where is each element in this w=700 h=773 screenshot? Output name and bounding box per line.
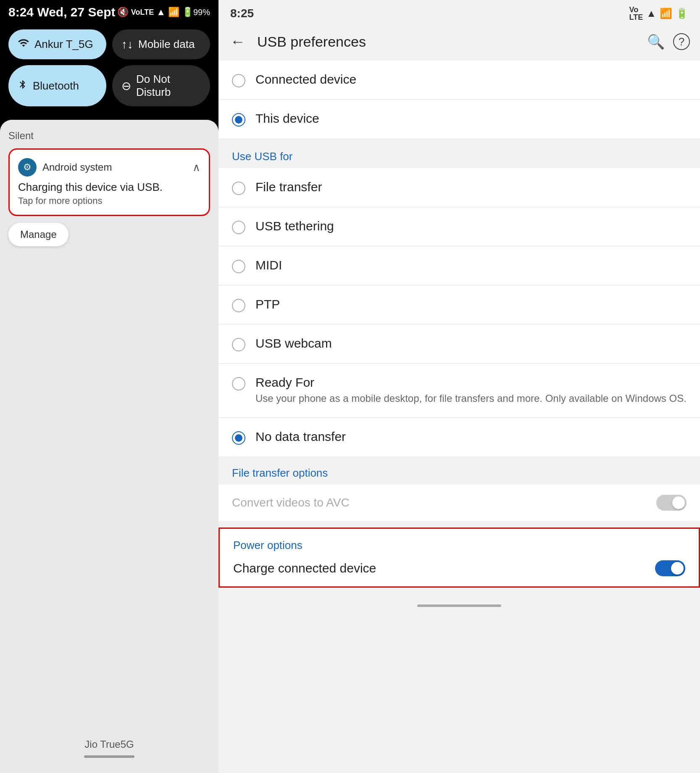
status-bar-left: 8:24 Wed, 27 Sept 🔇 VoLTE ▲ 📶 🔋99% (0, 0, 218, 23)
right-status-icons: VoLTE ▲ 📶 🔋 (629, 6, 688, 21)
usb-webcam-label: USB webcam (255, 336, 332, 351)
gear-icon: ⚙ (23, 162, 32, 173)
dnd-label: Do Not Disturb (136, 73, 201, 99)
power-options-section: Power options Charge connected device (218, 528, 700, 588)
search-icon[interactable]: 🔍 (647, 33, 665, 50)
convert-videos-toggle[interactable] (656, 495, 687, 511)
right-bottom-indicator (417, 604, 501, 607)
charge-connected-label: Charge connected device (233, 561, 376, 575)
ready-for-label: Ready For (255, 375, 687, 390)
right-volte-icon: VoLTE (629, 6, 643, 21)
convert-videos-toggle-thumb (672, 496, 685, 509)
ready-for-option[interactable]: Ready For Use your phone as a mobile des… (218, 363, 700, 417)
power-options-header: Power options (233, 539, 685, 552)
this-device-radio[interactable] (232, 113, 245, 127)
wifi-tile-label: Ankur T_5G (34, 38, 93, 51)
charge-connected-toggle-thumb (671, 562, 684, 575)
right-battery-icon: 🔋 (676, 8, 688, 19)
connected-device-option[interactable]: Connected device (218, 61, 700, 99)
chevron-up-icon[interactable]: ∧ (192, 161, 200, 174)
this-device-option[interactable]: This device (218, 99, 700, 138)
bluetooth-label: Bluetooth (33, 79, 79, 92)
help-icon[interactable]: ? (673, 33, 690, 50)
android-system-icon: ⚙ (18, 158, 37, 177)
file-transfer-label: File transfer (255, 180, 322, 194)
left-bottom-indicator (84, 755, 134, 758)
top-bar: ← USB preferences 🔍 ? (218, 24, 700, 61)
convert-videos-label: Convert videos to AVC (232, 496, 350, 509)
no-data-transfer-radio-dot (235, 434, 242, 442)
use-usb-for-header: Use USB for (218, 138, 700, 168)
wifi-tile[interactable]: Ankur T_5G (8, 29, 106, 59)
notif-header-left: ⚙ Android system (18, 158, 112, 177)
file-transfer-options-label: File transfer options (232, 467, 328, 479)
connected-device-label: Connected device (255, 72, 356, 87)
midi-option[interactable]: MIDI (218, 246, 700, 285)
mobile-data-icon: ↑↓ (121, 38, 133, 51)
left-status-icons: 🔇 VoLTE ▲ 📶 🔋99% (117, 7, 210, 18)
right-signal-icon: 📶 (660, 8, 672, 19)
manage-button[interactable]: Manage (8, 223, 68, 246)
mobile-data-label: Mobile data (138, 38, 195, 51)
right-wifi-icon: ▲ (646, 8, 656, 19)
no-data-transfer-radio[interactable] (232, 431, 245, 445)
left-bottom-label: Jio True5G (8, 732, 210, 754)
midi-radio[interactable] (232, 260, 245, 273)
signal-icon: 📶 (168, 7, 179, 18)
ready-for-radio[interactable] (232, 377, 245, 390)
wifi-tile-icon (18, 37, 29, 52)
file-transfer-options-header: File transfer options (218, 456, 700, 485)
top-bar-icons: 🔍 ? (647, 33, 690, 50)
quick-tiles: Ankur T_5G ↑↓ Mobile data Bluetooth ⊖ Do… (0, 23, 218, 113)
notification-area: Silent ⚙ Android system ∧ Charging this … (0, 120, 218, 773)
page-title: USB preferences (257, 34, 640, 50)
usb-options-list: File transfer USB tethering MIDI PTP USB… (218, 168, 700, 456)
ptp-radio[interactable] (232, 299, 245, 312)
usb-tethering-label: USB tethering (255, 219, 334, 233)
bluetooth-tile[interactable]: Bluetooth (8, 65, 106, 106)
connected-device-radio[interactable] (232, 74, 245, 87)
charge-connected-toggle[interactable] (655, 560, 685, 576)
status-bar-right: 8:25 VoLTE ▲ 📶 🔋 (218, 0, 700, 24)
left-panel: 8:24 Wed, 27 Sept 🔇 VoLTE ▲ 📶 🔋99% Ankur… (0, 0, 218, 773)
wifi-icon: ▲ (156, 7, 166, 18)
charge-connected-row: Charge connected device (233, 560, 685, 576)
dnd-tile[interactable]: ⊖ Do Not Disturb (112, 65, 210, 106)
right-time: 8:25 (230, 7, 254, 20)
bluetooth-icon (18, 79, 28, 93)
convert-videos-row: Convert videos to AVC (218, 485, 700, 521)
usb-tethering-option[interactable]: USB tethering (218, 207, 700, 246)
use-usb-for-label: Use USB for (232, 150, 293, 163)
notif-app-name: Android system (42, 161, 112, 173)
volte-icon: VoLTE (131, 8, 154, 17)
file-transfer-radio[interactable] (232, 182, 245, 195)
ready-for-sublabel: Use your phone as a mobile desktop, for … (255, 391, 687, 406)
ptp-option[interactable]: PTP (218, 285, 700, 324)
back-button[interactable]: ← (225, 29, 250, 54)
no-data-transfer-label: No data transfer (255, 430, 346, 444)
left-time: 8:24 Wed, 27 Sept (8, 5, 116, 19)
dnd-icon: ⊖ (121, 79, 131, 93)
usb-webcam-option[interactable]: USB webcam (218, 324, 700, 363)
notif-title: Charging this device via USB. (18, 181, 200, 194)
usb-tethering-radio[interactable] (232, 221, 245, 234)
usb-webcam-radio[interactable] (232, 338, 245, 351)
right-panel: 8:25 VoLTE ▲ 📶 🔋 ← USB preferences 🔍 ? C… (218, 0, 700, 773)
no-data-transfer-option[interactable]: No data transfer (218, 417, 700, 456)
midi-label: MIDI (255, 258, 282, 272)
ptp-label: PTP (255, 297, 280, 311)
notif-subtitle: Tap for more options (18, 195, 200, 206)
battery-icon: 🔋99% (182, 7, 210, 18)
notif-header: ⚙ Android system ∧ (18, 158, 200, 177)
silent-label: Silent (8, 130, 210, 142)
charge-section: Connected device This device (218, 61, 700, 138)
vibrate-icon: 🔇 (117, 7, 129, 18)
content-area: Connected device This device Use USB for… (218, 61, 700, 773)
this-device-label: This device (255, 111, 319, 126)
ready-for-text-block: Ready For Use your phone as a mobile des… (255, 375, 687, 406)
mobile-data-tile[interactable]: ↑↓ Mobile data (112, 29, 210, 59)
file-transfer-option[interactable]: File transfer (218, 168, 700, 207)
notification-card[interactable]: ⚙ Android system ∧ Charging this device … (8, 148, 210, 216)
this-device-radio-dot (235, 116, 242, 124)
